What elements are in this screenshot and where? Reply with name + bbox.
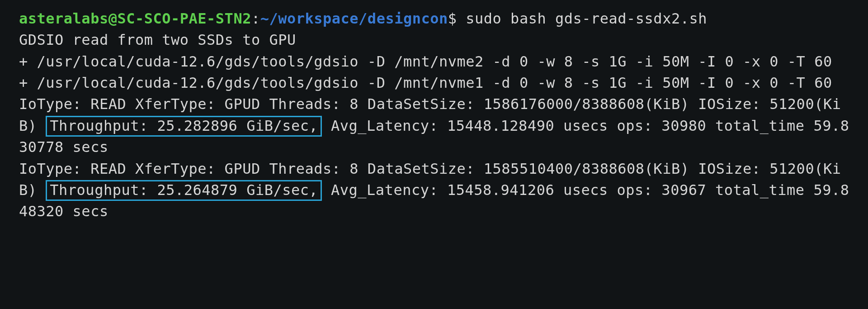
output-line: + /usr/local/cuda-12.6/gds/tools/gdsio -… bbox=[19, 53, 832, 70]
prompt-user: asteralabs bbox=[19, 10, 108, 27]
prompt-host: SC-SCO-PAE-STN2 bbox=[117, 10, 251, 27]
output-line: + /usr/local/cuda-12.6/gds/tools/gdsio -… bbox=[19, 74, 832, 91]
prompt-at: @ bbox=[108, 10, 118, 27]
terminal-output: asteralabs@SC-SCO-PAE-STN2:~/workspace/d… bbox=[0, 0, 868, 231]
prompt-colon: : bbox=[251, 10, 260, 27]
prompt-path: ~/workspace/designcon bbox=[260, 10, 448, 27]
output-line: GDSIO read from two SSDs to GPU bbox=[19, 31, 296, 48]
throughput-highlight-1: Throughput: 25.282896 GiB/sec, bbox=[46, 116, 322, 137]
prompt-command: sudo bash gds-read-ssdx2.sh bbox=[457, 10, 707, 27]
throughput-highlight-2: Throughput: 25.264879 GiB/sec, bbox=[46, 180, 322, 201]
prompt-dollar: $ bbox=[448, 10, 457, 27]
